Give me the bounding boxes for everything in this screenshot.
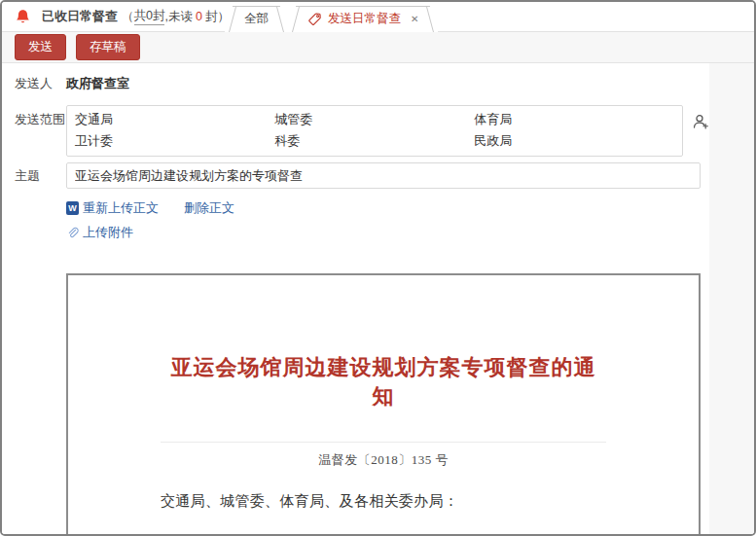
tag-icon bbox=[307, 12, 322, 26]
page-title: 已收日常督查 bbox=[42, 8, 118, 25]
tab-all[interactable]: 全部 bbox=[225, 6, 288, 32]
toolbar: 发送 存草稿 bbox=[2, 32, 754, 63]
scope-label: 发送范围 bbox=[15, 105, 66, 157]
send-button[interactable]: 发送 bbox=[15, 34, 66, 60]
bell-icon bbox=[15, 9, 31, 25]
scope-row: 发送范围 交通局 城管委 体育局 卫计委 科委 民政局 bbox=[2, 105, 709, 157]
tab-bar: 全部 发送日常督查 ✕ bbox=[225, 6, 438, 32]
recipient-item: 体育局 bbox=[474, 109, 673, 129]
upload-attachment-link[interactable]: 上传附件 bbox=[66, 224, 133, 241]
recipient-item: 民政局 bbox=[474, 130, 673, 151]
reupload-body-label: 重新上传正文 bbox=[83, 199, 159, 217]
right-gutter bbox=[709, 63, 754, 535]
subject-label: 主题 bbox=[15, 167, 66, 185]
mail-window: 已收日常督查 （ 共0封 , 未读 0 封） 全部 发送日常督查 ✕ 发 bbox=[0, 0, 756, 536]
recipients-field[interactable]: 交通局 城管委 体育局 卫计委 科委 民政局 bbox=[66, 105, 683, 157]
reupload-body-link[interactable]: W 重新上传正文 bbox=[66, 199, 159, 217]
attachment-row: 上传附件 bbox=[66, 224, 709, 241]
add-recipient-icon[interactable] bbox=[692, 113, 709, 131]
sender-row: 发送人 政府督查室 bbox=[2, 75, 709, 92]
mail-count: （ 共0封 , 未读 0 封） bbox=[122, 8, 230, 25]
document-salutation: 交通局、城管委、体育局、及各相关委办局： bbox=[161, 492, 606, 511]
compose-form: 发送人 政府督查室 发送范围 交通局 城管委 体育局 卫计委 科委 民政局 bbox=[2, 63, 709, 535]
unread-count: 0 bbox=[196, 10, 202, 23]
word-doc-icon: W bbox=[66, 201, 79, 215]
document-preview[interactable]: 亚运会场馆周边建设规划方案专项督查的通知 温督发〔2018〕135 号 交通局、… bbox=[66, 273, 701, 535]
subject-input[interactable] bbox=[66, 162, 701, 189]
save-draft-button[interactable]: 存草稿 bbox=[76, 34, 140, 60]
tab-send-label: 发送日常督查 bbox=[328, 11, 401, 27]
tab-all-label: 全部 bbox=[244, 11, 269, 27]
main-area: 发送人 政府督查室 发送范围 交通局 城管委 体育局 卫计委 科委 民政局 bbox=[2, 63, 754, 535]
header-bar: 已收日常督查 （ 共0封 , 未读 0 封） 全部 发送日常督查 ✕ bbox=[2, 2, 754, 32]
subject-row: 主题 bbox=[2, 162, 709, 189]
delete-body-link[interactable]: 删除正文 bbox=[184, 199, 234, 217]
document-page: 亚运会场馆周边建设规划方案专项督查的通知 温督发〔2018〕135 号 交通局、… bbox=[68, 275, 699, 535]
sender-label: 发送人 bbox=[15, 75, 66, 92]
recipient-item: 城管委 bbox=[274, 109, 474, 129]
tab-send-daily-supervision[interactable]: 发送日常督查 ✕ bbox=[288, 6, 438, 32]
tab-close-icon[interactable]: ✕ bbox=[411, 14, 418, 24]
document-number: 温督发〔2018〕135 号 bbox=[161, 451, 606, 469]
document-title: 亚运会场馆周边建设规划方案专项督查的通知 bbox=[161, 353, 606, 411]
delete-body-label: 删除正文 bbox=[184, 199, 234, 217]
recipient-item: 科委 bbox=[274, 130, 474, 151]
recipient-item: 卫计委 bbox=[75, 130, 274, 151]
recipient-item: 交通局 bbox=[75, 109, 274, 129]
total-count-link[interactable]: 共0封 bbox=[134, 8, 165, 25]
body-actions-row: W 重新上传正文 删除正文 bbox=[66, 199, 709, 217]
upload-attachment-label: 上传附件 bbox=[83, 224, 133, 241]
document-divider bbox=[161, 442, 606, 443]
count-open: （ bbox=[122, 9, 134, 25]
sender-value: 政府督查室 bbox=[66, 75, 129, 92]
paperclip-icon bbox=[66, 227, 79, 239]
unread-label: 未读 bbox=[168, 9, 193, 25]
